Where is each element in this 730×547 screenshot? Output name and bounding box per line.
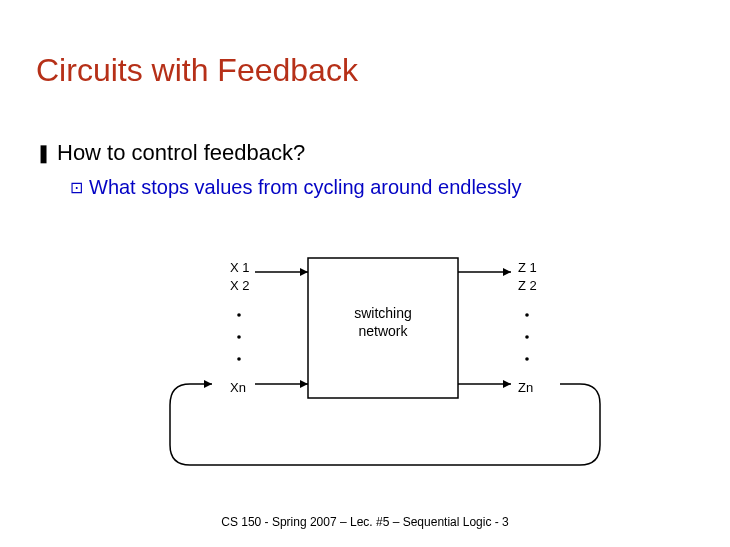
arrow-right-icon bbox=[300, 380, 308, 388]
dot-icon bbox=[525, 313, 529, 317]
feedback-diagram: switching network X 1 X 2 Xn Z 1 Z 2 Zn bbox=[0, 0, 730, 547]
arrow-right-icon bbox=[503, 380, 511, 388]
slide-footer: CS 150 - Spring 2007 – Lec. #5 – Sequent… bbox=[0, 515, 730, 529]
dot-icon bbox=[525, 335, 529, 339]
output-label-zn: Zn bbox=[518, 380, 533, 395]
dot-icon bbox=[237, 335, 241, 339]
input-label-x1: X 1 bbox=[230, 260, 250, 275]
output-label-z1: Z 1 bbox=[518, 260, 537, 275]
arrow-right-icon bbox=[204, 380, 212, 388]
dot-icon bbox=[525, 357, 529, 361]
output-label-z2: Z 2 bbox=[518, 278, 537, 293]
arrow-right-icon bbox=[300, 268, 308, 276]
input-label-x2: X 2 bbox=[230, 278, 250, 293]
arrow-right-icon bbox=[503, 268, 511, 276]
box-label-1: switching bbox=[354, 305, 412, 321]
dot-icon bbox=[237, 313, 241, 317]
box-label-2: network bbox=[358, 323, 408, 339]
dot-icon bbox=[237, 357, 241, 361]
input-label-xn: Xn bbox=[230, 380, 246, 395]
